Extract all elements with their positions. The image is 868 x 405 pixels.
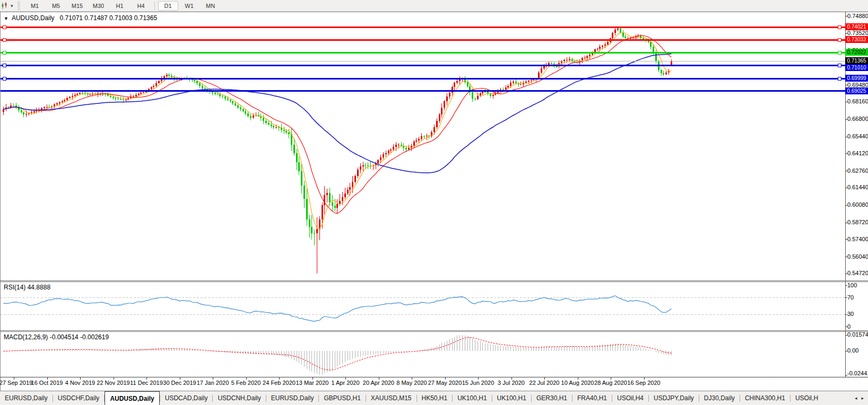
timeframe-button-MN[interactable]: MN xyxy=(201,1,221,11)
macd-tick-label: 0.00 xyxy=(847,347,858,354)
chart-title: ▼AUDUSD,Daily0.71071 0.71487 0.71003 0.7… xyxy=(4,14,157,22)
level-line-handle xyxy=(838,51,841,54)
scroll-right-icon[interactable]: ▸ xyxy=(861,395,864,401)
bear-candle-wicks xyxy=(9,27,664,245)
chevron-down-icon[interactable]: ▾ xyxy=(11,3,13,8)
chart-tab-fra40-h1[interactable]: FRA40,H1 xyxy=(572,391,612,405)
level-line-handle xyxy=(838,77,841,80)
chart-tab-uk100-h1[interactable]: UK100,H1 xyxy=(492,391,531,405)
date-axis-label: 13 Mar 2020 xyxy=(296,380,329,386)
price-tick-label: 0.66800 xyxy=(847,116,868,122)
level-line-handle xyxy=(3,77,6,80)
axis-tick-marks xyxy=(14,16,848,380)
date-axis-label: 22 Jul 2020 xyxy=(530,380,560,386)
date-axis-label: 16 Oct 2019 xyxy=(31,380,63,386)
level-price-label: 0.71010 xyxy=(845,64,868,71)
price-tick-label: 0.54720 xyxy=(847,270,868,276)
level-line-handle xyxy=(838,64,841,67)
price-tick-label: 0.64120 xyxy=(847,150,868,156)
level-line-handle xyxy=(3,64,6,67)
ohlc-values: 0.71071 0.71487 0.71003 0.71365 xyxy=(60,14,158,22)
rsi-tick-label: 0 xyxy=(847,323,850,330)
timeframe-button-M1[interactable]: M1 xyxy=(25,1,45,11)
price-tick-label: 0.61440 xyxy=(847,184,868,190)
level-price-label: 0.74021 xyxy=(845,23,868,30)
chart-tab-usoil-h4[interactable]: USOil,H4 xyxy=(612,391,648,405)
level-price-label: 0.72022 xyxy=(845,49,868,56)
level-price-label: 0.69999 xyxy=(845,75,868,82)
macd-histogram xyxy=(4,335,672,375)
date-axis-label: 22 Nov 2019 xyxy=(97,380,129,386)
chart-canvas[interactable] xyxy=(0,0,868,392)
current-price-label: 0.71365 xyxy=(845,57,868,64)
bear-candle-bodies xyxy=(8,29,664,234)
price-tick-label: 0.56040 xyxy=(847,253,868,260)
level-line-handle xyxy=(3,25,6,29)
rsi-tick-label: 100 xyxy=(847,282,857,288)
date-axis-label: 15 Jun 2020 xyxy=(462,380,494,386)
date-axis-label: 11 Dec 2019 xyxy=(130,380,163,386)
level-price-label: 0.73033 xyxy=(845,36,868,43)
ma-fast-line xyxy=(4,32,672,228)
price-tick-label: 0.74880 xyxy=(847,13,868,19)
timeframe-button-M15[interactable]: M15 xyxy=(67,1,88,11)
level-price-label: 0.69025 xyxy=(845,87,868,94)
chart-tab-usdchf-daily[interactable]: USDCHF,Daily xyxy=(53,391,105,405)
level-line-handle xyxy=(838,25,841,29)
chart-tab-usdjpy-daily[interactable]: USDJPY,Daily xyxy=(649,391,699,405)
chart-tab-xauusd-m15[interactable]: XAUUSD,M15 xyxy=(366,391,416,405)
symbol-dropdown-triangle-icon[interactable]: ▼ xyxy=(4,16,8,21)
rsi-tick-label: 30 xyxy=(847,311,854,317)
macd-tick-label: 0.015741 xyxy=(847,331,868,338)
chart-tab-usdcad-daily[interactable]: USDCAD,Daily xyxy=(160,391,213,405)
ma-slow-line xyxy=(4,54,672,173)
chart-tab-usoil-h[interactable]: USOil,H xyxy=(791,391,823,405)
date-axis-label: 10 Aug 2020 xyxy=(561,380,594,386)
chart-tab-china300-h1[interactable]: CHINA300,H1 xyxy=(740,391,790,405)
toolbar-drag-handle[interactable] xyxy=(18,2,20,10)
timeframe-button-H1[interactable]: H1 xyxy=(110,1,130,11)
chart-tab-gbpusd-h1[interactable]: GBPUSD,H1 xyxy=(319,391,365,405)
timeframe-button-M5[interactable]: M5 xyxy=(46,1,66,11)
timeframe-buttons-group: M1M5M15M30H1H4D1W1MN xyxy=(24,1,221,11)
price-tick-label: 0.73520 xyxy=(847,30,868,36)
date-axis-label: 1 Apr 2020 xyxy=(331,380,359,386)
chart-tab-eurusd-daily[interactable]: EURUSD,Daily xyxy=(266,391,319,405)
price-tick-label: 0.58720 xyxy=(847,219,868,225)
chart-tab-bar: EURUSD,DailyUSDCHF,DailyAUDUSD,DailyUSDC… xyxy=(0,391,868,405)
macd-tick-label: -0.024412 xyxy=(847,370,868,376)
mt4-chart-window: ▾ M1M5M15M30H1H4D1W1MN ▼AUDUSD,Daily0.71… xyxy=(0,0,868,405)
chart-tab-hk50-h1[interactable]: HK50,H1 xyxy=(417,391,453,405)
chart-tab-usdcnh-daily[interactable]: USDCNH,Daily xyxy=(213,391,265,405)
price-tick-label: 0.62760 xyxy=(847,168,868,174)
scroll-left-icon[interactable]: ◂ xyxy=(855,395,857,401)
date-axis-label: 27 Sep 2019 xyxy=(0,380,32,386)
level-line-handle xyxy=(3,38,6,41)
timeframe-button-M30[interactable]: M30 xyxy=(89,1,109,11)
date-axis-label: 17 Jan 2020 xyxy=(197,380,229,386)
symbol-name: AUDUSD,Daily xyxy=(12,14,55,22)
macd-indicator-label: MACD(12,26,9) -0.004514 -0.002619 xyxy=(4,333,109,341)
tab-scroll-arrows: ◂▸ xyxy=(850,391,868,405)
chart-tab-dj30-daily[interactable]: DJ30,Daily xyxy=(699,391,740,405)
date-axis-label: 4 Nov 2019 xyxy=(65,380,95,386)
toolbar-separator xyxy=(154,2,155,10)
chart-tab-uk100-h1[interactable]: UK100,H1 xyxy=(453,391,491,405)
chart-tab-audusd-daily[interactable]: AUDUSD,Daily xyxy=(105,391,159,405)
date-axis-label: 16 Sep 2020 xyxy=(627,380,660,386)
ma-mid-line xyxy=(4,36,672,214)
timeframe-button-W1[interactable]: W1 xyxy=(179,1,199,11)
chart-tab-ger30-h1[interactable]: GER30,H1 xyxy=(532,391,572,405)
candlestick-chart-icon[interactable] xyxy=(1,2,9,10)
price-tick-label: 0.60080 xyxy=(847,201,868,208)
date-axis-label: 8 May 2020 xyxy=(396,380,427,386)
rsi-tick-label: 70 xyxy=(847,294,854,301)
date-axis-label: 20 Apr 2020 xyxy=(363,380,394,386)
price-tick-label: 0.65440 xyxy=(847,133,868,139)
timeframe-toolbar: ▾ M1M5M15M30H1H4D1W1MN xyxy=(0,0,868,12)
timeframe-button-H4[interactable]: H4 xyxy=(131,1,151,11)
timeframe-button-D1[interactable]: D1 xyxy=(158,1,178,11)
chart-tab-eurusd-daily[interactable]: EURUSD,Daily xyxy=(0,391,53,405)
date-axis-label: 27 May 2020 xyxy=(428,380,462,386)
rsi-line xyxy=(4,296,672,321)
